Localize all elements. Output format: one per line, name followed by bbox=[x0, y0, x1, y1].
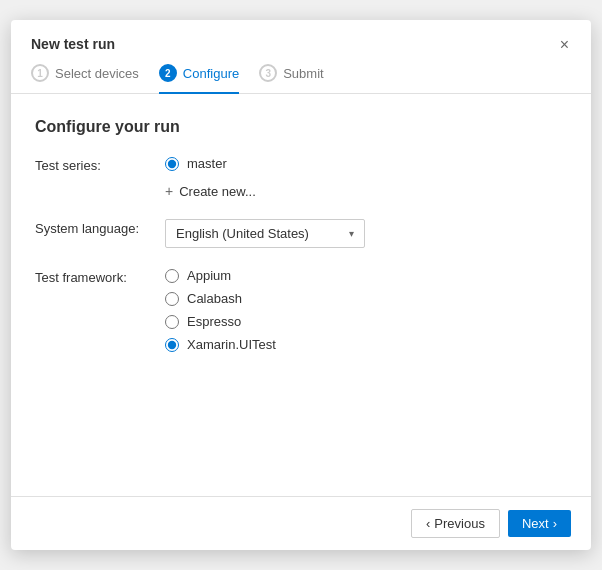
next-label: Next bbox=[522, 516, 549, 531]
test-framework-row: Test framework: Appium Calabash Espresso bbox=[35, 268, 567, 352]
test-series-row: Test series: master + Create new... bbox=[35, 156, 567, 199]
dialog-header: New test run × 1 Select devices 2 Config… bbox=[11, 20, 591, 94]
system-language-label: System language: bbox=[35, 219, 165, 248]
step-label-1: Select devices bbox=[55, 66, 139, 81]
framework-appium-label: Appium bbox=[187, 268, 231, 283]
framework-calabash-radio[interactable] bbox=[165, 292, 179, 306]
system-language-value: English (United States) bbox=[176, 226, 309, 241]
test-series-radio-group: master + Create new... bbox=[165, 156, 567, 199]
previous-arrow-icon: ‹ bbox=[426, 516, 430, 531]
framework-xamarin[interactable]: Xamarin.UITest bbox=[165, 337, 567, 352]
dialog-footer: ‹ Previous Next › bbox=[11, 496, 591, 550]
next-button[interactable]: Next › bbox=[508, 510, 571, 537]
system-language-row: System language: English (United States)… bbox=[35, 219, 567, 248]
system-language-dropdown[interactable]: English (United States) ▾ bbox=[165, 219, 365, 248]
steps-nav: 1 Select devices 2 Configure 3 Submit bbox=[31, 64, 571, 93]
close-button[interactable]: × bbox=[554, 34, 575, 56]
step-label-2: Configure bbox=[183, 66, 239, 81]
step-configure[interactable]: 2 Configure bbox=[159, 64, 239, 94]
previous-label: Previous bbox=[434, 516, 485, 531]
create-new-option[interactable]: + Create new... bbox=[165, 183, 567, 199]
framework-espresso-radio[interactable] bbox=[165, 315, 179, 329]
dialog-body: Configure your run Test series: master +… bbox=[11, 94, 591, 496]
framework-espresso[interactable]: Espresso bbox=[165, 314, 567, 329]
framework-xamarin-label: Xamarin.UITest bbox=[187, 337, 276, 352]
test-series-label: Test series: bbox=[35, 156, 165, 199]
system-language-content: English (United States) ▾ bbox=[165, 219, 567, 248]
framework-xamarin-radio[interactable] bbox=[165, 338, 179, 352]
test-series-master-radio[interactable] bbox=[165, 157, 179, 171]
step-submit[interactable]: 3 Submit bbox=[259, 64, 323, 94]
step-select-devices[interactable]: 1 Select devices bbox=[31, 64, 139, 94]
step-circle-3: 3 bbox=[259, 64, 277, 82]
test-series-master-label: master bbox=[187, 156, 227, 171]
test-framework-radio-group: Appium Calabash Espresso Xamarin.UITest bbox=[165, 268, 567, 352]
test-framework-content: Appium Calabash Espresso Xamarin.UITest bbox=[165, 268, 567, 352]
plus-icon: + bbox=[165, 183, 173, 199]
test-series-content: master + Create new... bbox=[165, 156, 567, 199]
chevron-down-icon: ▾ bbox=[349, 228, 354, 239]
dialog: New test run × 1 Select devices 2 Config… bbox=[11, 20, 591, 550]
section-title: Configure your run bbox=[35, 118, 567, 136]
framework-appium[interactable]: Appium bbox=[165, 268, 567, 283]
framework-calabash-label: Calabash bbox=[187, 291, 242, 306]
framework-calabash[interactable]: Calabash bbox=[165, 291, 567, 306]
framework-appium-radio[interactable] bbox=[165, 269, 179, 283]
previous-button[interactable]: ‹ Previous bbox=[411, 509, 500, 538]
step-label-3: Submit bbox=[283, 66, 323, 81]
next-arrow-icon: › bbox=[553, 516, 557, 531]
framework-espresso-label: Espresso bbox=[187, 314, 241, 329]
create-new-label: Create new... bbox=[179, 184, 256, 199]
dialog-title: New test run bbox=[31, 36, 571, 52]
step-circle-1: 1 bbox=[31, 64, 49, 82]
test-framework-label: Test framework: bbox=[35, 268, 165, 352]
step-circle-2: 2 bbox=[159, 64, 177, 82]
test-series-master[interactable]: master bbox=[165, 156, 567, 171]
